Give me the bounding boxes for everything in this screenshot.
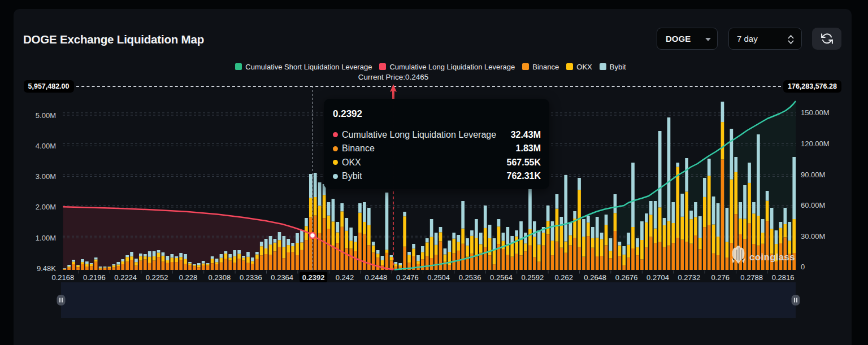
svg-text:60.00M: 60.00M <box>801 201 825 209</box>
svg-text:coinglass: coinglass <box>749 252 795 263</box>
svg-text:0.2816: 0.2816 <box>772 273 795 282</box>
svg-text:0.2168: 0.2168 <box>52 273 75 282</box>
svg-text:0.242: 0.242 <box>336 273 354 282</box>
svg-text:0.2392: 0.2392 <box>302 273 325 282</box>
svg-text:0.2648: 0.2648 <box>584 273 606 282</box>
svg-text:0.2732: 0.2732 <box>678 273 701 282</box>
svg-text:0.2592: 0.2592 <box>522 273 544 282</box>
svg-text:0.2476: 0.2476 <box>396 273 419 282</box>
svg-text:0.262: 0.262 <box>555 273 574 282</box>
svg-text:0.2308: 0.2308 <box>209 273 231 282</box>
svg-text:0.2704: 0.2704 <box>646 273 669 282</box>
svg-text:150.00M: 150.00M <box>801 108 830 117</box>
svg-text:0.2676: 0.2676 <box>615 273 638 282</box>
svg-text:0.2364: 0.2364 <box>271 273 293 282</box>
svg-text:0: 0 <box>801 263 805 271</box>
svg-text:30.00M: 30.00M <box>801 232 825 241</box>
svg-text:0.2224: 0.2224 <box>114 273 137 282</box>
svg-text:5.00M: 5.00M <box>36 111 56 120</box>
svg-text:0.2788: 0.2788 <box>740 273 763 282</box>
svg-text:0.228: 0.228 <box>179 273 198 282</box>
svg-text:0.2196: 0.2196 <box>83 273 106 282</box>
svg-text:0.2336: 0.2336 <box>240 273 262 282</box>
svg-text:0.2504: 0.2504 <box>427 273 450 282</box>
svg-text:120.00M: 120.00M <box>801 139 830 148</box>
svg-text:90.00M: 90.00M <box>801 171 825 179</box>
svg-text:0.276: 0.276 <box>711 273 730 282</box>
svg-text:3.00M: 3.00M <box>36 172 56 181</box>
svg-text:0.2564: 0.2564 <box>490 273 513 282</box>
svg-text:2.00M: 2.00M <box>36 203 56 211</box>
svg-text:1.00M: 1.00M <box>36 234 56 242</box>
svg-text:9.48K: 9.48K <box>37 264 56 273</box>
svg-text:0.2252: 0.2252 <box>146 273 168 282</box>
svg-text:4.00M: 4.00M <box>36 142 56 150</box>
svg-text:0.2448: 0.2448 <box>365 273 388 282</box>
svg-text:0.2536: 0.2536 <box>459 273 481 282</box>
